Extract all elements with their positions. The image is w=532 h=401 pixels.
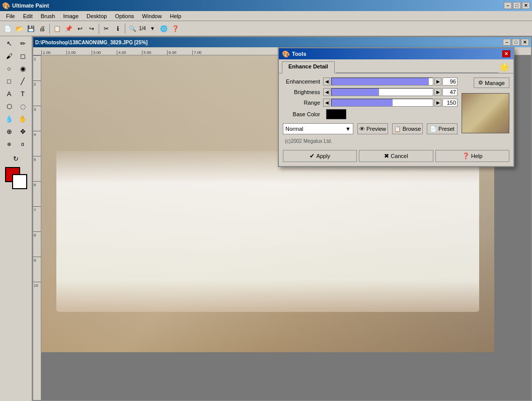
document-titlebar: D:\Photoshop\138CANON\IMG_3829.JPG [25%]…: [33, 37, 531, 47]
tool-brush[interactable]: 🖌: [3, 50, 16, 62]
mode-value: Normal: [285, 126, 303, 132]
info-button[interactable]: ℹ: [112, 23, 123, 34]
doc-minimize-button[interactable]: –: [503, 39, 511, 46]
range-label: Range: [283, 100, 323, 106]
toolbar: 📄 📂 💾 🖨 📋 📌 ↩ ↪ ✂ ℹ 🔍 1/4 ▼ 🌐 ❓: [0, 21, 532, 36]
tool-wand[interactable]: ◌: [16, 100, 29, 112]
dialog-title: Tools: [292, 51, 502, 57]
ruler-v-7: 7: [33, 206, 41, 231]
ruler-v-5: 5: [33, 156, 41, 181]
zoom-in-button[interactable]: 🔍: [127, 23, 138, 34]
tool-fill[interactable]: ◉: [16, 62, 29, 74]
tool-text2[interactable]: T: [16, 88, 29, 100]
ruler-v-1: 1: [33, 55, 41, 81]
brightness-increment[interactable]: ▶: [434, 88, 441, 96]
dialog-close-button[interactable]: ✕: [502, 50, 510, 57]
menu-brush[interactable]: Brush: [37, 12, 59, 20]
help-button[interactable]: ❓ Help: [435, 150, 509, 162]
base-color-swatch[interactable]: [326, 109, 346, 119]
tool-rect[interactable]: □: [3, 75, 16, 87]
maximize-button[interactable]: □: [513, 2, 521, 9]
menu-file[interactable]: File: [2, 12, 19, 20]
tool-move[interactable]: ✥: [16, 125, 29, 137]
zoom-out-button[interactable]: ▼: [147, 23, 158, 34]
undo-button[interactable]: ↩: [74, 23, 86, 34]
mode-dropdown[interactable]: Normal ▼: [283, 123, 353, 134]
menu-desktop[interactable]: Desktop: [83, 12, 111, 20]
enhancement-slider[interactable]: [331, 77, 433, 86]
app-title: Ultimate Paint: [12, 3, 503, 9]
tab-enhance-detail[interactable]: Enhance Detail: [282, 61, 335, 73]
menu-help[interactable]: Help: [166, 12, 185, 20]
dialog-right-panel: ⚙ Manage: [462, 77, 509, 144]
copy-button[interactable]: 📋: [51, 23, 62, 34]
enhancement-label: Enhancement: [283, 78, 323, 85]
tool-pen[interactable]: ✏: [16, 37, 29, 49]
preview-icon: 👁: [359, 126, 365, 132]
menu-image[interactable]: Image: [59, 12, 83, 20]
zoom-level: 1/4: [138, 23, 146, 34]
apply-icon: ✔: [310, 152, 315, 159]
tool-lasso[interactable]: ⬡: [3, 100, 16, 112]
range-increment[interactable]: ▶: [434, 99, 441, 107]
paste-button[interactable]: 📌: [63, 23, 74, 34]
tool-clone[interactable]: ⊕: [3, 125, 16, 137]
preview-button[interactable]: 👁 Preview: [357, 123, 388, 134]
manage-label: Manage: [485, 80, 505, 86]
tool-pointer[interactable]: ↖: [3, 37, 16, 49]
save-button[interactable]: 💾: [25, 23, 36, 34]
ruler-v-6: 6: [33, 181, 41, 206]
preset-button[interactable]: 📄 Preset: [427, 123, 458, 134]
tool-text[interactable]: A: [3, 88, 16, 100]
enhancement-decrement[interactable]: ◀: [323, 77, 330, 86]
color-selector: [5, 167, 27, 189]
enhancement-increment[interactable]: ▶: [434, 77, 441, 86]
ruler-h-5: 5.00: [142, 50, 167, 55]
menu-edit[interactable]: Edit: [19, 12, 37, 20]
dialog-controls: Enhancement ◀ ▶ 96 Brightness ◀: [283, 77, 458, 144]
menu-window[interactable]: Window: [138, 12, 166, 20]
enhancement-slider-container: ◀ ▶ 96: [323, 77, 458, 86]
cut-button[interactable]: ✂: [101, 23, 112, 34]
tool-dropper[interactable]: 💧: [3, 113, 16, 125]
workspace: ↖ ✏ 🖌 ◻ ○ ◉ □ ╱ A T ⬡ ◌ 💧 ✋ ⊕ ✥: [0, 36, 532, 401]
redo-button[interactable]: ↪: [86, 23, 97, 34]
tool-line[interactable]: ╱: [16, 75, 29, 87]
ruler-v-8: 8: [33, 231, 41, 257]
ruler-h-6: 6.00: [167, 50, 192, 55]
brightness-decrement[interactable]: ◀: [323, 88, 330, 96]
tool-hand[interactable]: ✋: [16, 113, 29, 125]
help-button[interactable]: ❓: [170, 23, 181, 34]
help-label: Help: [471, 153, 483, 159]
ruler-h-7: 7.00: [192, 50, 217, 55]
preset-icon: 📄: [430, 126, 437, 132]
app-icon: 🎨: [2, 2, 10, 10]
preview-image: [462, 93, 509, 133]
ruler-v-9: 9: [33, 257, 41, 282]
browse-button[interactable]: 📋 Browse: [392, 123, 423, 134]
new-button[interactable]: 📄: [2, 23, 13, 34]
minimize-button[interactable]: –: [504, 2, 512, 9]
print-button[interactable]: 🖨: [37, 23, 48, 34]
range-decrement[interactable]: ◀: [323, 99, 330, 107]
brightness-slider[interactable]: [331, 88, 433, 96]
manage-button[interactable]: ⚙ Manage: [474, 77, 509, 88]
ruler-h-3: 3.00: [92, 50, 117, 55]
web-button[interactable]: 🌐: [159, 23, 170, 34]
apply-button[interactable]: ✔ Apply: [283, 150, 357, 162]
background-color[interactable]: [12, 174, 27, 189]
doc-maximize-button[interactable]: □: [512, 39, 520, 46]
dropdown-row: Normal ▼ 👁 Preview 📋 Browse 📄: [283, 123, 458, 134]
tool-alpha[interactable]: α: [16, 138, 29, 150]
doc-close-button[interactable]: ✕: [521, 39, 529, 46]
cancel-button[interactable]: ✖ Cancel: [359, 150, 433, 162]
open-button[interactable]: 📂: [14, 23, 25, 34]
tool-eraser[interactable]: ◻: [16, 50, 29, 62]
dialog-help-icon[interactable]: 🌟: [498, 61, 510, 73]
menu-options[interactable]: Options: [111, 12, 138, 20]
tool-rotate[interactable]: ↻: [10, 152, 23, 165]
close-button[interactable]: ✕: [522, 2, 530, 9]
range-slider[interactable]: [331, 99, 433, 107]
tool-zoom[interactable]: ⊕: [3, 138, 16, 150]
tool-circle[interactable]: ○: [3, 62, 16, 74]
